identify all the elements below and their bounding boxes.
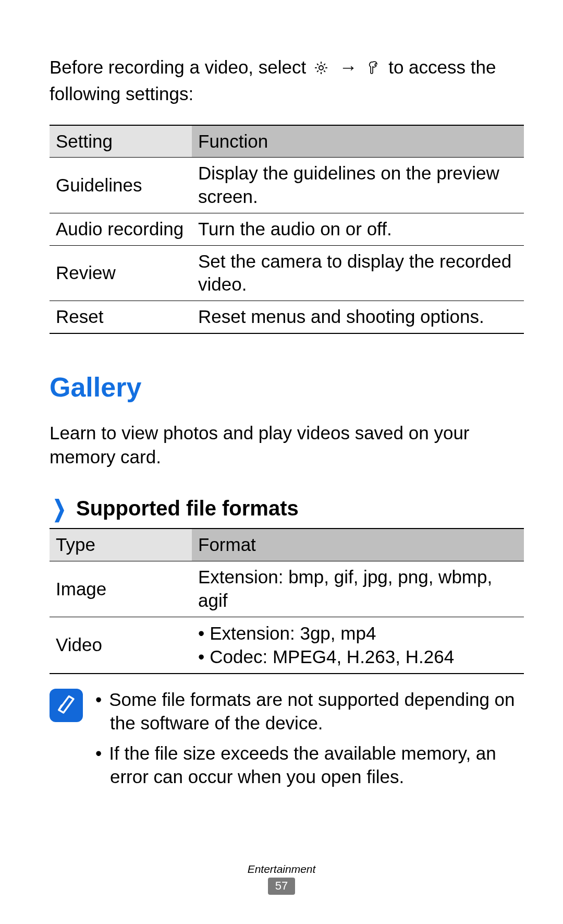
manual-page: Before recording a video, select → to ac…: [0, 0, 563, 924]
cell-format: Extension: 3gp, mp4 Codec: MPEG4, H.263,…: [192, 617, 524, 674]
wrench-icon: [368, 57, 381, 81]
page-footer: Entertainment 57: [0, 863, 563, 895]
formats-table: Type Format Image Extension: bmp, gif, j…: [50, 528, 524, 674]
note-list: Some file formats are not supported depe…: [95, 688, 524, 795]
cell-function: Set the camera to display the recorded v…: [192, 245, 524, 301]
table-header-row: Type Format: [50, 529, 524, 561]
cell-setting: Review: [50, 245, 192, 301]
table-header-row: Setting Function: [50, 125, 524, 158]
th-format: Format: [192, 529, 524, 561]
table-row: Audio recording Turn the audio on or off…: [50, 213, 524, 245]
chevron-right-icon: ❯: [53, 495, 66, 522]
supported-formats-text: Supported file formats: [76, 497, 299, 520]
cell-type: Video: [50, 617, 192, 674]
gear-icon: [313, 57, 329, 81]
cell-function: Turn the audio on or off.: [192, 213, 524, 245]
th-type: Type: [50, 529, 192, 561]
cell-type: Image: [50, 561, 192, 617]
table-row: Review Set the camera to display the rec…: [50, 245, 524, 301]
note-callout: Some file formats are not supported depe…: [50, 688, 524, 795]
list-item: Extension: 3gp, mp4: [198, 621, 518, 645]
cell-function: Reset menus and shooting options.: [192, 301, 524, 333]
list-item: Some file formats are not supported depe…: [95, 688, 524, 735]
cell-format: Extension: bmp, gif, jpg, png, wbmp, agi…: [192, 561, 524, 617]
supported-formats-heading: ❯ Supported file formats: [50, 495, 524, 522]
gallery-description: Learn to view photos and play videos sav…: [50, 421, 524, 469]
page-number-badge: 57: [268, 878, 295, 895]
settings-table: Setting Function Guidelines Display the …: [50, 125, 524, 334]
table-row: Reset Reset menus and shooting options.: [50, 301, 524, 333]
table-row: Guidelines Display the guidelines on the…: [50, 158, 524, 213]
list-item: If the file size exceeds the available m…: [95, 741, 524, 789]
th-setting: Setting: [50, 125, 192, 158]
svg-point-0: [319, 66, 323, 70]
th-function: Function: [192, 125, 524, 158]
note-icon: [50, 689, 83, 722]
cell-function: Display the guidelines on the preview sc…: [192, 158, 524, 213]
arrow-icon: →: [339, 57, 358, 77]
cell-setting: Reset: [50, 301, 192, 333]
cell-setting: Guidelines: [50, 158, 192, 213]
intro-part1: Before recording a video, select: [50, 57, 311, 77]
gallery-heading: Gallery: [50, 371, 524, 403]
table-row: Image Extension: bmp, gif, jpg, png, wbm…: [50, 561, 524, 617]
video-format-list: Extension: 3gp, mp4 Codec: MPEG4, H.263,…: [198, 621, 518, 669]
footer-section-name: Entertainment: [0, 863, 563, 875]
intro-text: Before recording a video, select → to ac…: [50, 55, 524, 106]
table-row: Video Extension: 3gp, mp4 Codec: MPEG4, …: [50, 617, 524, 674]
list-item: Codec: MPEG4, H.263, H.264: [198, 645, 518, 669]
cell-setting: Audio recording: [50, 213, 192, 245]
